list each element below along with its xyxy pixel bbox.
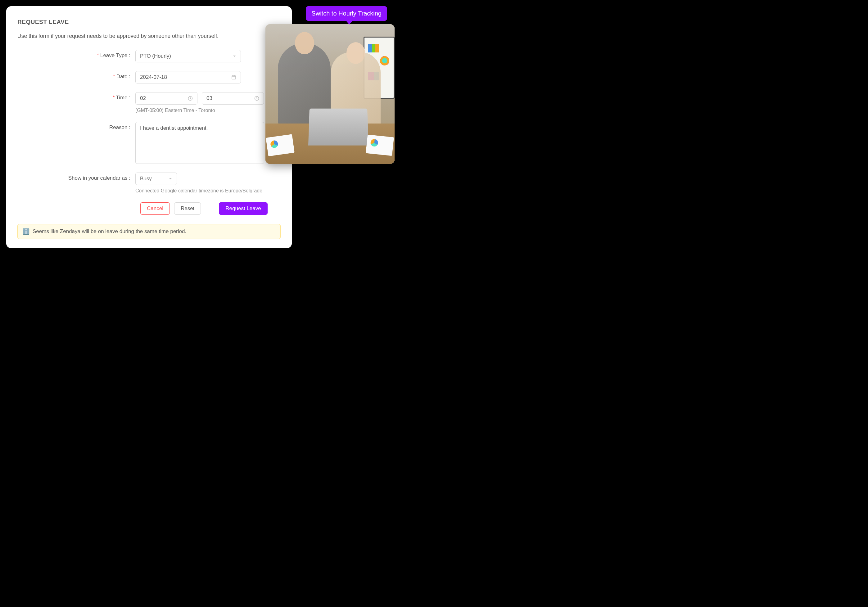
calendar-helper-text: Connected Google calendar timezone is Eu… [135, 188, 281, 194]
reset-button[interactable]: Reset [174, 202, 201, 215]
modal-subtitle: Use this form if your request needs to b… [17, 33, 281, 39]
request-leave-button[interactable]: Request Leave [219, 202, 267, 215]
calendar-status-row: Show in your calendar as : Busy Connecte… [17, 173, 281, 194]
calendar-status-select[interactable]: Busy [135, 173, 177, 185]
promo-photo [265, 24, 395, 164]
time-end-input[interactable]: 03 [202, 92, 264, 105]
svg-line-9 [257, 98, 258, 99]
date-label: *Date : [17, 71, 135, 80]
leave-type-select[interactable]: PTO (Hourly) [135, 50, 241, 62]
modal-title: REQUEST LEAVE [17, 19, 281, 25]
date-row: *Date : 2024-07-18 [17, 71, 281, 84]
chevron-down-icon [232, 54, 236, 58]
time-label: *Time : [17, 92, 135, 101]
time-row: *Time : 02 03 (GMT-05:00) Eastern Time -… [17, 92, 281, 113]
required-marker: * [113, 74, 115, 79]
reason-textarea[interactable] [135, 122, 264, 164]
overlap-alert: ℹ️ Seems like Zendaya will be on leave d… [17, 224, 281, 239]
cancel-button[interactable]: Cancel [140, 202, 170, 215]
request-leave-modal: REQUEST LEAVE Use this form if your requ… [6, 6, 292, 248]
required-marker: * [97, 53, 99, 58]
leave-type-row: *Leave Type : PTO (Hourly) [17, 50, 281, 62]
button-row: Cancel Reset Request Leave [140, 202, 281, 215]
calendar-icon [231, 75, 236, 80]
svg-rect-0 [232, 76, 236, 79]
time-helper-text: (GMT-05:00) Eastern Time - Toronto [135, 108, 281, 113]
info-icon: ℹ️ [23, 228, 29, 235]
hourly-tracking-tooltip: Switch to Hourly Tracking [306, 6, 387, 21]
alert-text: Seems like Zendaya will be on leave duri… [33, 228, 186, 235]
chevron-down-icon [169, 177, 172, 181]
leave-type-label: *Leave Type : [17, 50, 135, 59]
date-input[interactable]: 2024-07-18 [135, 71, 241, 84]
required-marker: * [113, 94, 115, 101]
clock-icon [254, 96, 259, 101]
reason-row: Reason : [17, 122, 281, 164]
svg-line-6 [190, 98, 191, 99]
clock-icon [188, 96, 193, 101]
time-start-input[interactable]: 02 [135, 92, 197, 105]
reason-label: Reason : [17, 122, 135, 131]
calendar-status-label: Show in your calendar as : [17, 173, 135, 181]
